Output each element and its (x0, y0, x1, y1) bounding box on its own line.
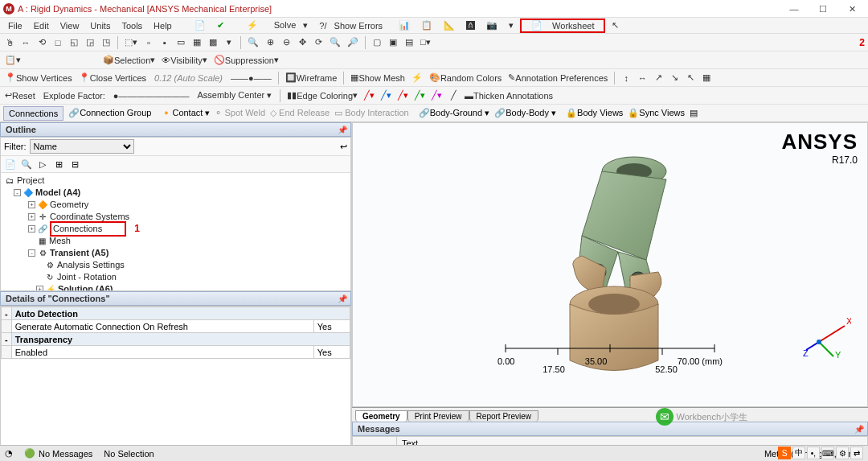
toolbar-icon[interactable]: ▤ (690, 108, 698, 118)
show-errors-button[interactable]: ?/ Show Errors (314, 19, 392, 32)
details-value[interactable]: Yes (313, 346, 350, 359)
close-button[interactable]: ✕ (839, 0, 865, 18)
edge-color-btn[interactable]: ╱▾ (362, 89, 376, 102)
pin-icon[interactable]: 📌 (854, 425, 864, 434)
toolbar-icon[interactable]: ↔ (636, 72, 649, 84)
toolbar-icon[interactable]: ▭ (174, 36, 187, 49)
tree-transient[interactable]: -⚙Transient (A5) (4, 247, 350, 259)
menu-help[interactable]: Help (149, 19, 177, 32)
menu-file[interactable]: File (3, 19, 27, 32)
toolbar-icon[interactable]: 🖱 (3, 36, 16, 49)
ime-kb-icon[interactable]: ⌨ (821, 447, 834, 459)
details-value[interactable]: Yes (313, 320, 350, 333)
show-vertices-button[interactable]: 📍 Show Vertices (3, 72, 74, 84)
select-icon[interactable]: ⬚▾ (123, 36, 139, 49)
pan-icon[interactable]: ✥ (296, 36, 309, 49)
tab-print-preview[interactable]: Print Preview (407, 410, 469, 422)
collapse-icon[interactable]: - (2, 333, 12, 346)
toolbar-icon[interactable]: ▾ (504, 19, 518, 32)
tree-project[interactable]: 🗂Project (4, 175, 350, 187)
toolbar-icon[interactable]: ↔ (19, 36, 32, 49)
orientation-triad[interactable]: X Y Z (803, 310, 851, 358)
close-vertices-button[interactable]: 📍 Close Vertices (77, 72, 148, 84)
explode-slider[interactable]: ●———————— (112, 89, 191, 102)
zoom-in-icon[interactable]: ⊕ (264, 36, 276, 49)
body-views-button[interactable]: 🔒Body Views (566, 108, 623, 118)
tree-btn[interactable]: 🔍 (20, 158, 33, 171)
tree-model[interactable]: -🔷Model (A4) (4, 187, 350, 199)
edge-coloring-dropdown[interactable]: ▮▮ Edge Coloring ▾ (285, 89, 359, 102)
outline-tree[interactable]: 🗂Project -🔷Model (A4) +🔶Geometry +✛Coord… (1, 173, 350, 291)
toolbar-icon[interactable]: ↘ (668, 72, 681, 84)
zoom-out-icon[interactable]: ⊖ (280, 36, 293, 49)
toolbar-icon[interactable]: ▣ (387, 36, 399, 49)
3d-viewport[interactable]: ANSYS R17.0 (352, 122, 868, 407)
toolbar-icon[interactable]: ↕ (620, 72, 633, 84)
tree-solution[interactable]: +⚡Solution (A6) (4, 283, 350, 291)
toolbar-icon[interactable]: ▩ (207, 36, 219, 49)
ime-icon[interactable]: S (778, 447, 791, 459)
ime-lang[interactable]: 中 (792, 447, 805, 459)
tree-joint[interactable]: ↻Joint - Rotation (4, 271, 350, 283)
menu-view[interactable]: View (55, 19, 84, 32)
solve-icon[interactable]: ⚡ (242, 19, 263, 32)
slider[interactable]: ——●—— (229, 72, 273, 84)
toolbar-icon[interactable]: ⟲ (35, 36, 48, 49)
thicken-button[interactable]: ▬ Thicken Annotations (463, 89, 555, 102)
collapse-icon[interactable]: - (2, 307, 12, 320)
edge-color-btn[interactable]: ╱▾ (379, 89, 393, 102)
toolbar-icon[interactable]: 📋 (416, 19, 437, 32)
visibility-dropdown[interactable]: 👁Visibility ▾ (160, 54, 209, 67)
toolbar-icon[interactable]: ▤ (403, 36, 416, 49)
connections-tab[interactable]: Connections (3, 106, 63, 121)
tree-mesh[interactable]: ▦Mesh (4, 235, 350, 247)
ime-punct[interactable]: •, (807, 447, 820, 459)
maximize-button[interactable]: ☐ (810, 0, 836, 18)
rotate-icon[interactable]: ⟳ (312, 36, 325, 49)
body-ground-dropdown[interactable]: 🔗Body-Ground ▾ (419, 108, 490, 118)
toolbar-icon[interactable]: 📷 (481, 19, 502, 32)
wireframe-button[interactable]: 🔲Wireframe (284, 72, 339, 84)
tab-geometry[interactable]: Geometry (355, 410, 407, 422)
tree-connections[interactable]: +🔗Connections 1 (4, 223, 350, 235)
toolbar-icon[interactable]: □ (51, 36, 64, 49)
toolbar-icon[interactable]: 📐 (439, 19, 460, 32)
toolbar-check-icon[interactable]: ✔ (212, 19, 229, 32)
zoom-fit-icon[interactable]: 🔍 (246, 36, 260, 49)
ime-width[interactable]: ⇄ (850, 447, 863, 459)
toolbar-icon[interactable]: ▦ (190, 36, 203, 49)
sync-views-button[interactable]: 🔒Sync Views (628, 108, 685, 118)
status-icon[interactable]: ◔ (5, 448, 13, 459)
show-mesh-button[interactable]: ▦Show Mesh (349, 72, 406, 84)
contact-dropdown[interactable]: 🔸Contact ▾ (161, 108, 210, 118)
ime-settings-icon[interactable]: ⚙ (836, 447, 849, 459)
toolbar-icon[interactable]: 🔎 (346, 36, 360, 49)
edge-color-btn[interactable]: ╱▾ (396, 89, 410, 102)
pin-icon[interactable]: 📌 (338, 294, 347, 303)
toolbar-icon[interactable]: ↖ (684, 72, 697, 84)
menu-units[interactable]: Units (85, 19, 115, 32)
collapse-btn[interactable]: ⊟ (68, 158, 81, 171)
toolbar-icon[interactable]: 📊 (394, 19, 415, 32)
edge-btn[interactable]: ╱ (447, 89, 460, 102)
toolbar-icon[interactable]: 🅰 (461, 19, 480, 32)
toolbar-icon[interactable]: ▪ (158, 36, 171, 49)
toolbar-icon[interactable]: ▫ (142, 36, 155, 49)
clear-icon[interactable]: ↩ (340, 142, 347, 152)
selection-dropdown[interactable]: 📦Selection ▾ (101, 54, 157, 67)
minimize-button[interactable]: — (781, 0, 807, 18)
edge-color-btn[interactable]: ╱▾ (430, 89, 444, 102)
toolbar-icon[interactable]: ▢ (371, 36, 383, 49)
toolbar-icon[interactable]: ▦ (700, 72, 713, 84)
reset-button[interactable]: ↩ Reset (3, 89, 37, 102)
toolbar-icon[interactable]: □▾ (419, 36, 432, 49)
toolbar-icon[interactable]: ↗ (652, 72, 665, 84)
random-colors-button[interactable]: 🎨 Random Colors (428, 72, 503, 84)
suppression-dropdown[interactable]: 🚫Suppression ▾ (212, 54, 280, 67)
expand-btn[interactable]: ⊞ (52, 158, 65, 171)
toolbar-icon[interactable]: ◳ (100, 36, 113, 49)
toolbar-icon[interactable]: ⚡ (410, 72, 424, 84)
annotation-prefs-button[interactable]: ✎ Annotation Preferences (506, 72, 609, 84)
solve-button[interactable]: Solve ▾ (264, 19, 313, 32)
menu-edit[interactable]: Edit (29, 19, 54, 32)
